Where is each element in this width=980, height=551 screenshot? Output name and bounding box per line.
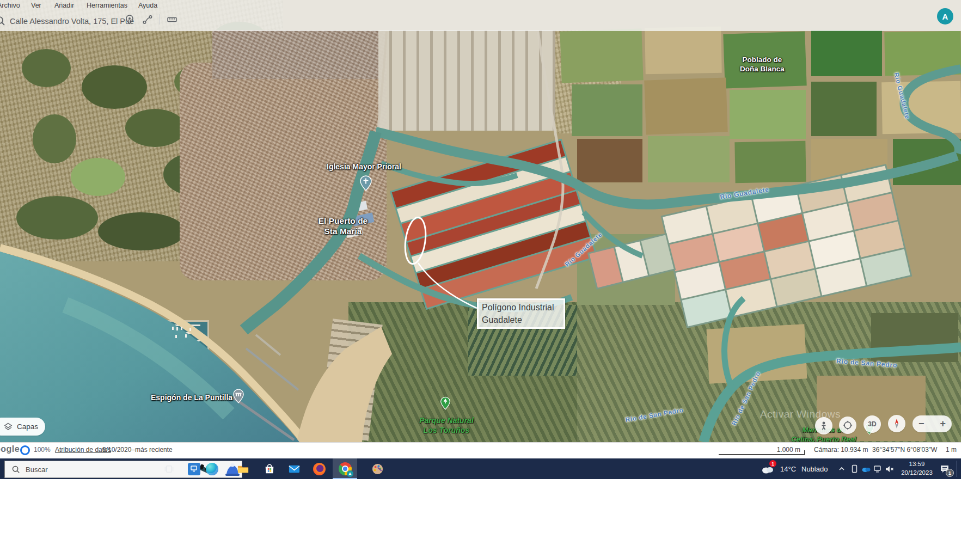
place-label-line: Sta María (305, 226, 381, 236)
navigation-icon (842, 420, 853, 431)
notification-center-icon[interactable]: 1 (937, 461, 952, 476)
ruler-icon[interactable] (167, 14, 177, 25)
account-avatar[interactable]: A (937, 8, 953, 25)
scale-label: 1.000 m (761, 446, 800, 454)
stream-progress-ring (20, 445, 30, 455)
task-view-icon[interactable] (161, 461, 176, 476)
desktop-screen: Río Guadalete Río Guadalete Río Guadalet… (0, 0, 961, 479)
clock-date: 20/12/2023 (899, 469, 934, 477)
pegman-icon (819, 421, 829, 431)
layers-button[interactable]: Capas (0, 418, 45, 436)
menu-ver[interactable]: Ver (29, 1, 44, 10)
imagery-date: 6/10/2020–más reciente (102, 446, 173, 454)
compass-button[interactable] (888, 415, 905, 432)
taskbar-search-placeholder: Buscar (26, 466, 47, 474)
zoom-control: − + (912, 415, 952, 432)
chrome-profile-badge: A (347, 470, 353, 477)
navigation-button[interactable] (839, 417, 856, 434)
windows-taskbar: Buscar (0, 458, 961, 479)
weather-temperature[interactable]: 14°C (780, 465, 796, 473)
google-logo: Google (0, 444, 20, 454)
layers-label: Capas (17, 423, 38, 431)
weather-condition[interactable]: Nublado (801, 465, 828, 473)
pier-pin-icon[interactable] (232, 389, 244, 406)
paint-app-icon[interactable] (370, 461, 385, 476)
place-label-line: Cetina, Puerto Real (783, 435, 865, 442)
microsoft-store-icon[interactable] (262, 461, 277, 476)
mail-app-icon[interactable] (286, 461, 302, 476)
file-explorer-icon[interactable] (235, 461, 250, 476)
taskbar-search-icon (11, 465, 20, 474)
clock-time: 13:59 (899, 460, 934, 469)
weather-badge: 1 (769, 460, 776, 467)
route-icon[interactable] (142, 14, 153, 25)
map-water-layer (0, 0, 961, 442)
cursor-elevation: 1 m (946, 446, 957, 454)
weather-cloud-icon[interactable]: 1 (760, 461, 775, 476)
camera-altitude: Cámara: 10.934 m (814, 446, 868, 454)
menu-ayuda[interactable]: Ayuda (136, 1, 160, 10)
chrome-browser-icon[interactable]: A (338, 461, 353, 476)
cursor-coordinates: 36°34'57"N 6°08'03"W (872, 446, 937, 454)
notification-badge: 1 (946, 469, 954, 477)
3d-button[interactable]: 3D (863, 415, 881, 433)
scale-bar (719, 454, 805, 455)
scale-bar-tick (804, 450, 805, 455)
satellite-map-viewport[interactable]: Río Guadalete Río Guadalete Río Guadalet… (0, 0, 961, 442)
place-label-line: Poblado de (724, 56, 800, 65)
menu-anadir[interactable]: Añadir (52, 1, 76, 10)
pegman-button[interactable] (815, 417, 832, 434)
earth-top-bar: Archivo Ver Añadir Herramientas Ayuda Ca… (0, 0, 961, 31)
edge-browser-icon[interactable] (204, 461, 219, 476)
place-label-line: Doña Blanca (724, 65, 800, 74)
menu-archivo[interactable]: Archivo (0, 1, 22, 10)
place-label-espigon[interactable]: Espigón de La Puntilla (151, 393, 232, 403)
place-label-line: Parque Natural (406, 415, 487, 425)
layers-icon (3, 422, 13, 432)
firefox-shield-app-icon[interactable] (311, 461, 327, 476)
place-label-parque-natural[interactable]: Parque Natural Los Toruños (406, 415, 487, 435)
volume-muted-tray-icon[interactable] (882, 461, 897, 476)
placemark-title-line: Guadalete (482, 314, 560, 326)
zoom-out-button[interactable]: − (918, 418, 924, 430)
place-label-iglesia-mayor-prioral[interactable]: Iglesia Mayor Prioral (327, 162, 401, 172)
search-icon-partial (0, 15, 5, 26)
show-desktop-divider[interactable] (957, 461, 957, 477)
location-pin-icon[interactable] (124, 14, 135, 25)
compass-needle-icon (891, 418, 903, 430)
search-divider (160, 14, 160, 25)
park-pin-icon[interactable] (440, 396, 451, 413)
3d-label: 3D (868, 420, 876, 428)
taskbar-clock[interactable]: 13:59 20/12/2023 (899, 460, 934, 477)
earth-status-bar: Google 100% Atribución de datos 6/10/202… (0, 442, 961, 459)
place-label-line: Los Toruños (406, 425, 487, 435)
placemark-title-line: Polígono Industrial (482, 301, 560, 314)
placemark-info-box[interactable]: Polígono Industrial Guadalete (477, 298, 565, 329)
place-label-poblado-dona-blanca[interactable]: Poblado de Doña Blanca (724, 56, 800, 74)
search-input[interactable]: Calle Alessandro Volta, 175, El Pue (10, 17, 134, 26)
remote-desktop-app-icon[interactable] (186, 461, 201, 476)
zoom-in-button[interactable]: + (940, 418, 946, 430)
menu-herramientas[interactable]: Herramientas (84, 1, 130, 10)
church-pin-icon[interactable] (359, 175, 372, 194)
place-label-line: El Puerto de (305, 216, 381, 226)
place-label-el-puerto[interactable]: El Puerto de Sta María (305, 216, 381, 237)
stream-progress-value: 100% (34, 446, 51, 454)
